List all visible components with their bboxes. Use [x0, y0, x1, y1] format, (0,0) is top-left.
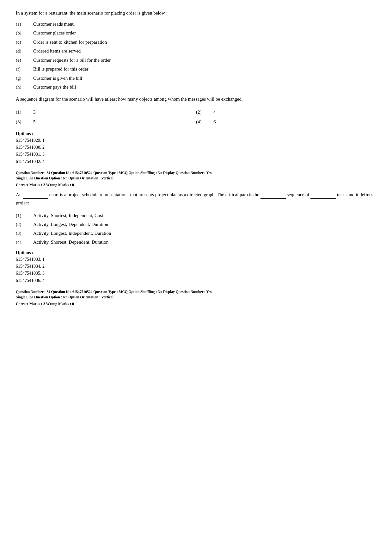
question-meta-line2: Single Line Question Option : No Option … — [16, 176, 113, 180]
option-row-2: (2) 4 — [196, 108, 376, 116]
option-item-q84-1: 61547541033. 1 — [16, 256, 376, 263]
list-item: (b) Customer places order — [16, 29, 376, 37]
option-val-1: 3 — [33, 108, 36, 116]
mcq-option-num-4: (4) — [16, 238, 33, 246]
list-text-e: Customer requests for a bill for the ord… — [33, 57, 111, 64]
list-item: (e) Customer requests for a bill for the… — [16, 57, 376, 64]
mcq-option-3: (3) Activity, Longest, Independent, Dura… — [16, 229, 376, 237]
list-text-b: Customer places order — [33, 29, 76, 37]
list-item: (h) Customer pays the bill — [16, 84, 376, 91]
mcq-option-1: (1) Activity, Shortest, Independent, Cos… — [16, 212, 376, 219]
blank-2 — [260, 190, 286, 199]
option-row-3: (3) 5 — [16, 118, 196, 126]
correct-marks-q84-1: Correct Marks : 2 Wrong Marks : 0 — [16, 183, 376, 187]
list-label-c: (c) — [16, 39, 33, 46]
blank-3 — [310, 190, 336, 199]
option-item-1: 61547541029. 1 — [16, 137, 376, 144]
list-label-e: (e) — [16, 57, 33, 64]
option-val-4: 6 — [213, 118, 216, 126]
list-text-a: Customer reads menu — [33, 21, 75, 28]
mcq-option-text-1: Activity, Shortest, Independent, Cost — [33, 212, 103, 219]
blank-1 — [23, 190, 48, 199]
question-meta-2-line2: Single Line Question Option : No Option … — [16, 295, 113, 299]
correct-marks-q84-2: Correct Marks : 2 Wrong Marks : 0 — [16, 302, 376, 306]
fill-blank-text: An chart is a project schedule represent… — [16, 190, 376, 207]
list-label-b: (b) — [16, 29, 33, 37]
question-meta-q84-2: Question Number : 84 Question Id : 61547… — [16, 289, 376, 300]
list-text-c: Order is sent to kitchen for preparation — [33, 39, 107, 46]
option-num-2: (2) — [196, 108, 213, 116]
question-meta-q84-1: Question Number : 84 Question Id : 61547… — [16, 170, 376, 181]
mcq-option-num-2: (2) — [16, 221, 33, 228]
mcq-options-list-q84: (1) Activity, Shortest, Independent, Cos… — [16, 212, 376, 246]
list-label-a: (a) — [16, 21, 33, 28]
options-label-q84: Options : — [16, 250, 376, 255]
mcq-option-4: (4) Activity, Shortest, Dependent, Durat… — [16, 238, 376, 246]
list-text-d: Ordered items are served — [33, 47, 81, 55]
list-item: (d) Ordered items are served — [16, 47, 376, 55]
options-list-q1: 61547541029. 1 61547541030. 2 6154754103… — [16, 137, 376, 165]
list-item: (c) Order is sent to kitchen for prepara… — [16, 39, 376, 46]
mcq-option-num-1: (1) — [16, 212, 33, 219]
mcq-option-num-3: (3) — [16, 229, 33, 237]
options-list-q84: 61547541033. 1 61547541034. 2 6154754103… — [16, 256, 376, 284]
list-text-g: Customer is given the bill — [33, 75, 82, 82]
page-container: In a system for a restaurant, the main s… — [9, 6, 383, 313]
options-grid-q1: (1) 3 (2) 4 (3) 5 (4) 6 — [16, 108, 376, 126]
option-val-3: 5 — [33, 118, 36, 126]
list-item: (f) Bill is prepared for this order — [16, 65, 376, 73]
option-val-2: 4 — [213, 108, 216, 116]
option-item-4: 61547541032. 4 — [16, 158, 376, 165]
question-text-q1: A sequence diagram for the scenario will… — [16, 95, 376, 103]
intro-text: In a system for a restaurant, the main s… — [16, 9, 376, 17]
mcq-option-text-4: Activity, Shortest, Dependent, Duration — [33, 238, 108, 246]
option-num-1: (1) — [16, 108, 33, 116]
option-row-1: (1) 3 — [16, 108, 196, 116]
list-label-g: (g) — [16, 75, 33, 82]
list-text-f: Bill is prepared for this order — [33, 65, 89, 73]
option-num-4: (4) — [196, 118, 213, 126]
option-item-q84-3: 61547541035. 3 — [16, 270, 376, 277]
option-item-q84-4: 61547541036. 4 — [16, 277, 376, 284]
option-item-3: 61547541031. 3 — [16, 151, 376, 158]
blank-4 — [30, 199, 55, 207]
list-label-h: (h) — [16, 84, 33, 91]
mcq-option-text-2: Activity, Longest, Dependent, Duration — [33, 221, 108, 228]
question-meta-line1: Question Number : 84 Question Id : 61547… — [16, 171, 211, 175]
options-label-q1: Options : — [16, 131, 376, 136]
option-num-3: (3) — [16, 118, 33, 126]
list-text-h: Customer pays the bill — [33, 84, 76, 91]
question-meta-2-line1: Question Number : 84 Question Id : 61547… — [16, 290, 211, 294]
scenario-list: (a) Customer reads menu (b) Customer pla… — [16, 21, 376, 91]
mcq-option-2: (2) Activity, Longest, Dependent, Durati… — [16, 221, 376, 228]
mcq-option-text-3: Activity, Longest, Independent, Duration — [33, 229, 111, 237]
list-item: (a) Customer reads menu — [16, 21, 376, 28]
option-item-q84-2: 61547541034. 2 — [16, 263, 376, 270]
option-item-2: 61547541030. 2 — [16, 144, 376, 151]
list-label-d: (d) — [16, 47, 33, 55]
option-row-4: (4) 6 — [196, 118, 376, 126]
list-label-f: (f) — [16, 65, 33, 73]
list-item: (g) Customer is given the bill — [16, 75, 376, 82]
